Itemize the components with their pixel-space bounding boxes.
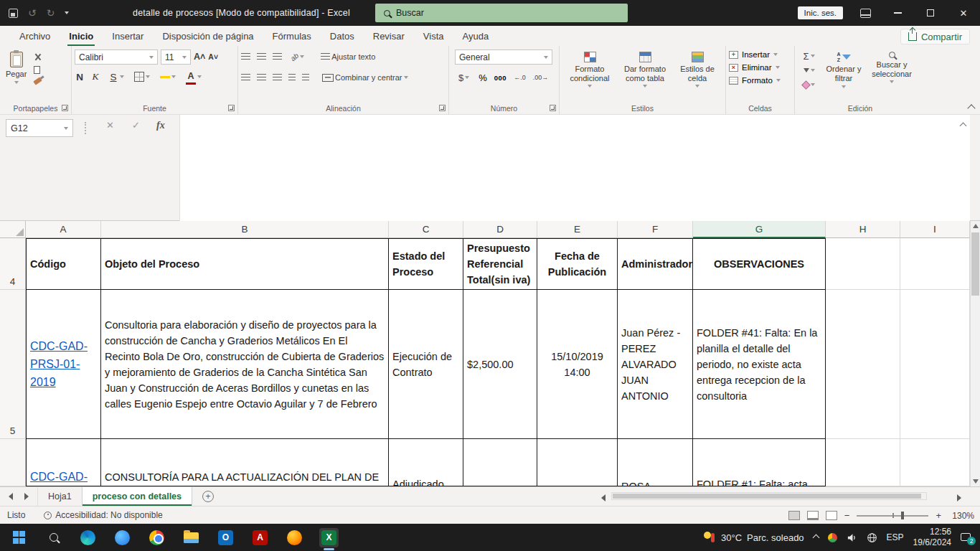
cell-i5[interactable] <box>900 290 970 439</box>
clear-button[interactable] <box>801 80 817 90</box>
column-header-d[interactable]: D <box>463 221 537 238</box>
cell-h5[interactable] <box>826 290 900 439</box>
chrome-button[interactable] <box>147 528 166 547</box>
cell-a6[interactable]: CDC-GAD- <box>26 439 101 486</box>
collapse-formula-bar-icon[interactable] <box>960 123 967 130</box>
weather-widget[interactable]: 30°C Parc. soleado <box>704 532 804 544</box>
accessibility-status[interactable]: Accesibilidad: No disponible <box>55 510 162 520</box>
hidden-icons-chevron-icon[interactable] <box>812 534 819 541</box>
fill-button[interactable] <box>801 65 817 75</box>
cell-h4[interactable] <box>826 238 900 290</box>
paste-button[interactable]: Pegar <box>3 50 29 86</box>
browser-button[interactable] <box>113 528 132 547</box>
zoom-slider[interactable] <box>857 515 928 517</box>
cell-g4[interactable]: OBSERVACIONES <box>693 238 826 290</box>
cell-f5[interactable]: Juan Pérez - PEREZ ALVARADO JUAN ANTONIO <box>618 290 693 439</box>
currency-format-button[interactable]: $ <box>456 70 471 85</box>
cell-e4[interactable]: Fecha de Publicación <box>537 238 618 290</box>
column-header-a[interactable]: A <box>26 221 101 238</box>
number-format-combo[interactable]: General <box>455 50 552 65</box>
cell-e5[interactable]: 15/10/2019 14:00 <box>537 290 618 439</box>
page-layout-view-button[interactable] <box>807 511 819 520</box>
customize-quick-access-icon[interactable] <box>65 11 69 14</box>
insert-function-icon[interactable]: fx <box>156 120 165 131</box>
horizontal-scrollbar-thumb[interactable] <box>613 494 921 499</box>
column-header-c[interactable]: C <box>389 221 463 238</box>
conditional-formatting-button[interactable]: Formato condicional <box>562 50 617 103</box>
acrobat-button[interactable]: A <box>250 528 270 547</box>
tab-archivo[interactable]: Archivo <box>10 26 60 46</box>
copy-icon[interactable] <box>34 66 40 74</box>
column-header-b[interactable]: B <box>101 221 389 238</box>
italic-button[interactable]: K <box>90 71 100 83</box>
increase-font-icon[interactable]: A˄ <box>194 52 205 62</box>
tab-ayuda[interactable]: Ayuda <box>453 26 499 46</box>
undo-icon[interactable]: ↺ <box>28 8 37 18</box>
align-top-icon[interactable] <box>241 53 250 60</box>
bold-button[interactable]: N <box>75 72 85 83</box>
number-dialog-launcher-icon[interactable] <box>550 105 556 111</box>
select-all-button[interactable] <box>0 221 26 238</box>
column-header-g[interactable]: G <box>693 221 826 238</box>
name-box[interactable]: G12 <box>6 119 73 137</box>
taskbar-search-button[interactable] <box>44 528 63 547</box>
scroll-up-icon[interactable] <box>973 224 979 228</box>
process-code-link[interactable]: CDC-GAD- <box>30 468 88 486</box>
alignment-dialog-launcher-icon[interactable] <box>439 105 446 111</box>
outlook-button[interactable]: O <box>216 528 235 547</box>
tab-datos[interactable]: Datos <box>321 26 364 46</box>
cell-i6[interactable] <box>900 439 970 486</box>
clock[interactable]: 12:56 19/6/2024 <box>913 527 951 548</box>
cell-g5[interactable]: FOLDER #41: Falta: En la planilla el det… <box>693 290 826 439</box>
cell-c6[interactable]: Adjudicado <box>389 439 463 486</box>
column-header-i[interactable]: I <box>900 221 970 238</box>
tab-formulas[interactable]: Fórmulas <box>263 26 321 46</box>
cell-d6[interactable] <box>463 439 537 486</box>
tab-inicio[interactable]: Inicio <box>60 26 103 46</box>
next-sheet-icon[interactable] <box>24 493 29 500</box>
find-select-button[interactable]: Buscar y seleccionar <box>866 50 918 103</box>
save-icon[interactable] <box>9 9 18 18</box>
underline-button[interactable]: S <box>106 70 126 84</box>
close-button[interactable] <box>947 0 980 26</box>
column-header-h[interactable]: H <box>826 221 900 238</box>
file-explorer-button[interactable] <box>182 528 201 547</box>
vertical-scrollbar[interactable] <box>970 221 980 486</box>
wrap-text-button[interactable]: Ajustar texto <box>319 50 377 64</box>
sign-in-button[interactable]: Inic. ses. <box>798 6 843 19</box>
language-indicator[interactable]: ESP <box>887 532 904 542</box>
page-break-view-button[interactable] <box>826 511 837 520</box>
new-sheet-button[interactable] <box>202 491 214 502</box>
align-right-icon[interactable] <box>273 74 282 81</box>
cell-a5[interactable]: CDC-GAD-PRSJ-01-2019 <box>26 290 101 439</box>
sheet-tab-hoja1[interactable]: Hoja1 <box>38 487 83 506</box>
process-code-link[interactable]: CDC-GAD-PRSJ-01-2019 <box>30 337 97 391</box>
tab-vista[interactable]: Vista <box>414 26 453 46</box>
cell-i4[interactable] <box>900 238 970 290</box>
zoom-slider-thumb[interactable] <box>901 512 904 519</box>
hscroll-right-icon[interactable] <box>957 494 961 501</box>
start-button[interactable] <box>9 528 29 547</box>
cell-b6[interactable]: CONSULTORÍA PARA LA ACTUALIZACIÓN DEL PL… <box>101 439 389 486</box>
clipboard-dialog-launcher-icon[interactable] <box>62 105 68 111</box>
tab-insertar[interactable]: Insertar <box>103 26 153 46</box>
horizontal-scrollbar[interactable] <box>611 492 927 500</box>
comma-style-button[interactable]: 000 <box>494 74 507 82</box>
format-cells-button[interactable]: Formato <box>729 76 791 85</box>
enter-entry-icon[interactable]: ✓ <box>132 120 140 131</box>
formula-input[interactable] <box>179 115 970 221</box>
align-middle-icon[interactable] <box>257 53 266 60</box>
row-header-4[interactable]: 4 <box>0 238 26 290</box>
zoom-level[interactable]: 130% <box>948 511 974 521</box>
firefox-button[interactable] <box>285 528 304 547</box>
row-header-5[interactable]: 5 <box>0 290 26 439</box>
excel-taskbar-button[interactable]: X <box>319 528 339 547</box>
autosum-button[interactable]: Σ <box>801 51 817 61</box>
font-dialog-launcher-icon[interactable] <box>228 105 235 111</box>
column-header-e[interactable]: E <box>537 221 618 238</box>
align-left-icon[interactable] <box>241 74 250 81</box>
cell-d4[interactable]: Presupuesto Referencial Total(sin iva) <box>463 238 537 290</box>
merge-center-button[interactable]: Combinar y centrar <box>320 70 410 85</box>
redo-icon[interactable]: ↻ <box>47 8 55 18</box>
ribbon-display-options-icon[interactable] <box>860 9 871 18</box>
